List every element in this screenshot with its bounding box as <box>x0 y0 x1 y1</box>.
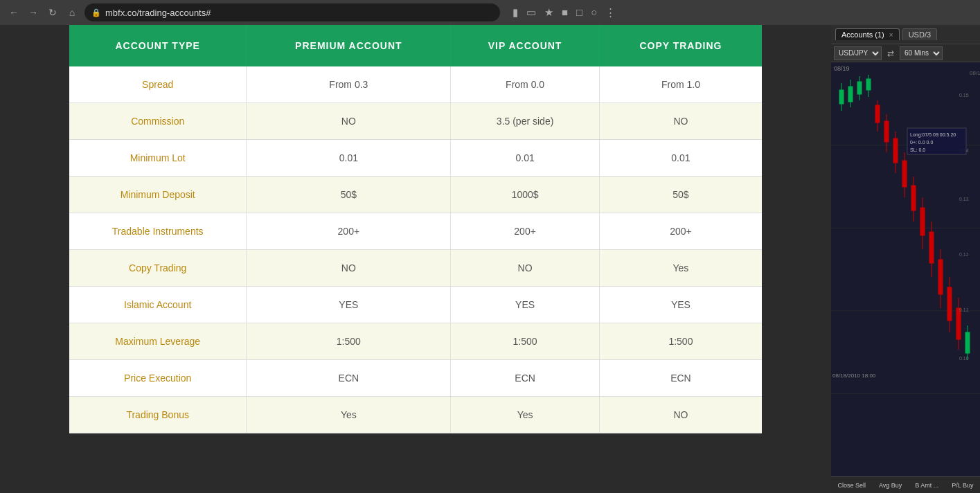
table-row: Maximum Leverage1:5001:5001:500 <box>69 323 762 360</box>
svg-rect-5 <box>839 90 844 104</box>
row-premium-value: Yes <box>247 397 451 433</box>
svg-rect-9 <box>857 82 862 94</box>
window-icon[interactable]: □ <box>576 6 582 19</box>
chart-canvas: 08/19 <box>831 62 980 476</box>
row-vip-value: 0.01 <box>451 140 600 177</box>
footer-avg-buy: Avg Buy <box>879 482 902 489</box>
address-bar[interactable]: 🔒 mbfx.co/trading-accounts# <box>84 3 500 21</box>
tab-usd-label: USD/3 <box>909 30 931 39</box>
svg-text:Long:07/5 09:00:5.20: Long:07/5 09:00:5.20 <box>910 132 956 138</box>
svg-rect-19 <box>902 161 907 187</box>
col-account-type: ACCOUNT TYPE <box>69 25 247 66</box>
table-row: Islamic AccountYESYESYES <box>69 287 762 323</box>
main-area: ACCOUNT TYPE PREMIUM ACCOUNT VIP ACCOUNT… <box>0 25 980 493</box>
forward-button[interactable]: → <box>26 6 40 19</box>
menu-icon[interactable]: ⋮ <box>605 6 616 19</box>
swap-icon[interactable]: ⇄ <box>884 47 897 60</box>
profile-icon[interactable]: ○ <box>591 6 597 19</box>
footer-pl-buy: P/L Buy <box>952 482 973 489</box>
svg-text:0.13: 0.13 <box>959 197 969 201</box>
row-copy-value: NO <box>599 103 762 140</box>
bookmark-icon[interactable]: ★ <box>544 6 553 19</box>
row-label: Commission <box>69 103 247 140</box>
row-premium-value: 50$ <box>247 177 451 213</box>
table-row: Trading BonusYesYesNO <box>69 397 762 433</box>
row-vip-value: Yes <box>451 397 600 433</box>
row-label: Islamic Account <box>69 287 247 323</box>
svg-text:0+: 0.0  0.0: 0+: 0.0 0.0 <box>910 140 933 145</box>
row-vip-value: NO <box>451 250 600 287</box>
row-label: Minimum Lot <box>69 140 247 177</box>
row-copy-value: 1:500 <box>599 323 762 360</box>
chart-area: 08/19 <box>831 62 980 476</box>
timeframe-select[interactable]: 60 Mins <box>900 46 943 60</box>
row-copy-value: Yes <box>599 250 762 287</box>
chart-svg: 08/19 0.15 0.14 0.13 0.12 0.11 0.10 Long… <box>831 62 980 476</box>
row-copy-value: 50$ <box>599 177 762 213</box>
row-premium-value: NO <box>247 103 451 140</box>
browser-action-icons: ▮ ▭ ★ ■ □ ○ ⋮ <box>513 6 616 19</box>
reload-button[interactable]: ↻ <box>46 6 60 19</box>
row-vip-value: 200+ <box>451 213 600 250</box>
back-button[interactable]: ← <box>7 6 21 19</box>
home-button[interactable]: ⌂ <box>65 6 79 19</box>
row-copy-value: 200+ <box>599 213 762 250</box>
row-premium-value: 1:500 <box>247 323 451 360</box>
row-vip-value: From 0.0 <box>451 66 600 103</box>
row-vip-value: 1000$ <box>451 177 600 213</box>
row-premium-value: YES <box>247 287 451 323</box>
svg-rect-15 <box>884 121 889 142</box>
col-vip-account: VIP ACCOUNT <box>451 25 600 66</box>
footer-b-amt: B Amt ... <box>915 482 938 489</box>
svg-rect-25 <box>929 232 934 263</box>
tab-usd[interactable]: USD/3 <box>902 28 937 40</box>
table-row: SpreadFrom 0.3From 0.0From 1.0 <box>69 66 762 103</box>
footer-close-sell: Close Sell <box>837 482 866 489</box>
table-row: Minimum Deposit50$1000$50$ <box>69 177 762 213</box>
row-label: Maximum Leverage <box>69 323 247 360</box>
table-section: ACCOUNT TYPE PREMIUM ACCOUNT VIP ACCOUNT… <box>0 25 831 493</box>
svg-text:0.12: 0.12 <box>959 252 969 257</box>
row-copy-value: ECN <box>599 360 762 397</box>
svg-rect-31 <box>956 308 961 339</box>
svg-rect-21 <box>911 186 916 210</box>
svg-rect-27 <box>938 260 943 294</box>
tab-accounts[interactable]: Accounts (1) × <box>835 28 900 40</box>
table-row: Price ExecutionECNECNECN <box>69 360 762 397</box>
table-row: Copy TradingNONOYes <box>69 250 762 287</box>
row-label: Price Execution <box>69 360 247 397</box>
row-premium-value: From 0.3 <box>247 66 451 103</box>
row-premium-value: NO <box>247 250 451 287</box>
row-premium-value: ECN <box>247 360 451 397</box>
comparison-table: ACCOUNT TYPE PREMIUM ACCOUNT VIP ACCOUNT… <box>69 25 762 433</box>
tab-close-icon[interactable]: × <box>889 31 893 39</box>
svg-text:SL: 0.0: SL: 0.0 <box>910 147 925 152</box>
svg-rect-7 <box>848 87 853 102</box>
svg-text:0.15: 0.15 <box>959 93 969 98</box>
url-text: mbfx.co/trading-accounts# <box>105 8 211 18</box>
svg-rect-17 <box>893 138 898 163</box>
svg-text:08/18/2010 18:00: 08/18/2010 18:00 <box>832 373 876 379</box>
table-row: Minimum Lot0.010.010.01 <box>69 140 762 177</box>
lock-icon: 🔒 <box>91 8 101 17</box>
panel-footer: Close Sell Avg Buy B Amt ... P/L Buy <box>831 476 980 493</box>
row-copy-value: 0.01 <box>599 140 762 177</box>
share-icon[interactable]: ▭ <box>526 6 536 19</box>
svg-text:0.10: 0.10 <box>959 356 969 361</box>
row-premium-value: 0.01 <box>247 140 451 177</box>
col-premium-account: PREMIUM ACCOUNT <box>247 25 451 66</box>
row-vip-value: 3.5 (per side) <box>451 103 600 140</box>
svg-text:08/19: 08/19 <box>970 70 980 76</box>
panel-toolbar: USD/JPY ⇄ 60 Mins <box>831 44 980 62</box>
row-premium-value: 200+ <box>247 213 451 250</box>
row-vip-value: 1:500 <box>451 323 600 360</box>
panel-tabs: Accounts (1) × USD/3 <box>831 25 980 44</box>
browser-toolbar: ← → ↻ ⌂ 🔒 mbfx.co/trading-accounts# ▮ ▭ … <box>0 0 980 25</box>
extension-icon[interactable]: ■ <box>562 6 568 19</box>
cast-icon[interactable]: ▮ <box>513 6 518 19</box>
right-panel: Accounts (1) × USD/3 USD/JPY ⇄ 60 Mins 0… <box>831 25 980 493</box>
row-copy-value: From 1.0 <box>599 66 762 103</box>
row-copy-value: YES <box>599 287 762 323</box>
svg-rect-33 <box>965 332 970 353</box>
currency-pair-select[interactable]: USD/JPY <box>834 46 882 60</box>
